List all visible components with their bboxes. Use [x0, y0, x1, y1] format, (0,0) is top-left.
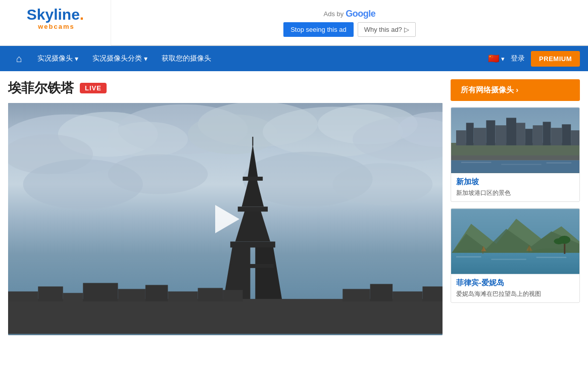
home-icon: ⌂ [16, 53, 22, 65]
page-title: 埃菲尔铁塔 [8, 79, 74, 97]
dropdown-arrow-icon: ▾ [75, 55, 78, 63]
svg-rect-46 [506, 118, 516, 145]
svg-rect-45 [495, 125, 506, 145]
svg-rect-41 [456, 130, 466, 145]
navbar-home-button[interactable]: ⌂ [8, 53, 30, 65]
svg-rect-36 [370, 284, 393, 302]
svg-rect-26 [8, 291, 38, 301]
video-frame [8, 103, 443, 335]
svg-rect-49 [533, 125, 543, 145]
svg-rect-42 [466, 123, 474, 145]
navbar-item-get-camera[interactable]: 获取您的摄像头 [155, 46, 218, 71]
svg-rect-35 [342, 289, 370, 301]
svg-rect-51 [551, 128, 562, 145]
svg-point-71 [554, 238, 564, 244]
svg-point-12 [108, 154, 208, 194]
dropdown-arrow-icon: ▾ [501, 55, 505, 63]
svg-rect-32 [168, 291, 198, 301]
svg-rect-73 [491, 259, 526, 260]
webcam-card-desc: 爱妮岛海滩在巴拉望岛上的视图 [456, 290, 574, 298]
singapore-svg [451, 108, 579, 173]
svg-rect-38 [422, 286, 443, 301]
login-button[interactable]: 登录 [511, 54, 525, 63]
svg-rect-58 [547, 163, 572, 164]
svg-point-14 [333, 163, 433, 205]
svg-rect-57 [501, 164, 541, 165]
play-icon [215, 205, 239, 233]
svg-rect-47 [516, 123, 525, 145]
logo-skyline[interactable]: Skyline. [27, 6, 84, 23]
navbar-right: 🇨🇳 ▾ 登录 PREMIUM [488, 51, 580, 67]
svg-rect-27 [38, 286, 63, 301]
svg-rect-17 [232, 264, 274, 268]
svg-rect-53 [571, 130, 579, 145]
stop-seeing-ad-button[interactable]: Stop seeing this ad [283, 22, 354, 37]
svg-rect-37 [393, 291, 422, 301]
svg-point-4 [108, 122, 188, 156]
svg-rect-43 [474, 128, 486, 145]
dropdown-arrow-icon: ▾ [144, 55, 148, 63]
webcam-card-singapore[interactable]: 新加坡 新加坡港口区的景色 [451, 107, 580, 202]
svg-rect-50 [543, 122, 551, 145]
premium-button[interactable]: PREMIUM [531, 51, 580, 67]
webcam-card-info: 菲律宾-爱妮岛 爱妮岛海滩在巴拉望岛上的视图 [451, 274, 579, 302]
svg-rect-29 [83, 283, 118, 302]
svg-rect-56 [461, 162, 492, 163]
svg-rect-22 [243, 177, 263, 181]
svg-rect-68 [529, 245, 529, 252]
singapore-scene [451, 108, 579, 173]
philippines-svg [451, 208, 579, 274]
svg-rect-33 [198, 288, 223, 301]
webcam-card-title[interactable]: 菲律宾-爱妮岛 [456, 278, 574, 288]
svg-rect-25 [8, 299, 443, 334]
svg-rect-30 [118, 289, 145, 301]
svg-rect-34 [223, 290, 243, 301]
webcam-card-philippines[interactable]: 菲律宾-爱妮岛 爱妮岛海滩在巴拉望岛上的视图 [451, 208, 580, 303]
webcam-card-title[interactable]: 新加坡 [456, 177, 574, 187]
right-sidebar: 所有网络摄像头 › [451, 79, 580, 335]
svg-rect-66 [483, 246, 483, 254]
flag-icon: 🇨🇳 [488, 53, 499, 64]
svg-rect-64 [451, 253, 579, 274]
ad-buttons: Stop seeing this ad Why this ad? ▷ [283, 22, 416, 37]
svg-rect-72 [456, 256, 481, 257]
language-selector[interactable]: 🇨🇳 ▾ [488, 53, 505, 64]
webcam-card-info: 新加坡 新加坡港口区的景色 [451, 173, 579, 201]
svg-rect-31 [145, 285, 168, 301]
page-title-area: 埃菲尔铁塔 LIVE [8, 79, 443, 97]
logo-area: Skyline. webcams [0, 0, 111, 45]
navbar-item-webcams[interactable]: 实况摄像头 ▾ [30, 46, 85, 71]
play-button[interactable] [208, 201, 243, 237]
webcam-card-image [451, 208, 579, 274]
ads-by-google-label: Ads by Google [324, 9, 376, 19]
webcam-card-desc: 新加坡港口区的景色 [456, 189, 574, 197]
svg-rect-24 [252, 137, 253, 146]
why-this-ad-button[interactable]: Why this ad? ▷ [358, 22, 416, 37]
all-webcams-button[interactable]: 所有网络摄像头 › [451, 79, 580, 101]
video-player[interactable] [8, 103, 443, 335]
main-content: 埃菲尔铁塔 LIVE [0, 71, 588, 343]
svg-rect-28 [63, 293, 83, 301]
live-badge: LIVE [80, 83, 107, 93]
svg-marker-16 [255, 244, 282, 304]
navbar: ⌂ 实况摄像头 ▾ 实况摄像头分类 ▾ 获取您的摄像头 🇨🇳 ▾ 登录 PREM… [0, 46, 588, 71]
svg-rect-54 [451, 155, 579, 161]
webcam-card-image [451, 108, 579, 173]
svg-rect-18 [230, 241, 275, 247]
ad-bar: Ads by Google Stop seeing this ad Why th… [111, 0, 588, 45]
navbar-item-categories[interactable]: 实况摄像头分类 ▾ [85, 46, 155, 71]
left-section: 埃菲尔铁塔 LIVE [8, 79, 443, 335]
svg-rect-74 [536, 257, 567, 258]
svg-rect-48 [525, 129, 533, 145]
logo-webcams: webcams [36, 23, 75, 30]
svg-rect-52 [562, 124, 571, 145]
svg-rect-44 [486, 120, 495, 145]
